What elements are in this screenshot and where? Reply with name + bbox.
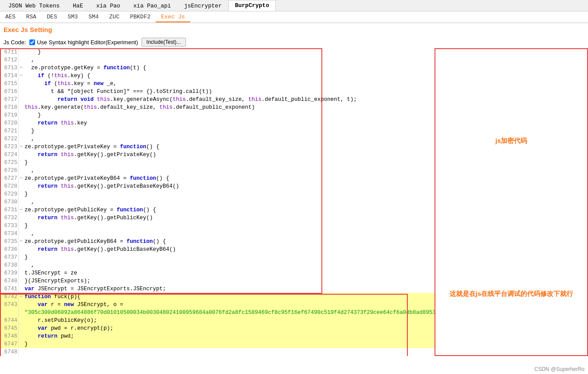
fold-button[interactable]: −: [18, 72, 24, 80]
table-row: 6747 }: [0, 340, 435, 348]
fold-button[interactable]: [18, 253, 24, 261]
fold-button[interactable]: −: [18, 238, 24, 246]
fold-button[interactable]: [18, 340, 24, 348]
tab-aes[interactable]: AES: [0, 12, 21, 21]
fold-button[interactable]: [18, 277, 24, 285]
line-number: 6741: [0, 285, 18, 293]
line-number: 6736: [0, 246, 18, 253]
tab-json-web-tokens[interactable]: JSON Web Tokens: [2, 0, 66, 11]
tab-sm4[interactable]: SM4: [83, 12, 104, 21]
fold-button[interactable]: −: [18, 293, 24, 301]
code-line: var pwd = r.encrypt(p);: [24, 324, 435, 332]
table-row: 6733 }: [0, 222, 435, 230]
fold-button[interactable]: [18, 111, 24, 119]
fold-button[interactable]: [18, 198, 24, 206]
fold-button[interactable]: [18, 103, 24, 111]
fold-button[interactable]: −: [18, 64, 24, 72]
table-row: 6746 return pwd;: [0, 332, 435, 340]
main-layout: 6711 } 6712 , 6713 − ze.prot: [0, 48, 588, 356]
fold-button[interactable]: [18, 246, 24, 253]
tab-xia-pao[interactable]: xia Pao: [89, 0, 127, 11]
tab-jsencrypter[interactable]: jsEncrypter: [178, 0, 228, 11]
fold-button[interactable]: [18, 309, 24, 317]
code-line: r.setPublicKey(o);: [24, 317, 435, 324]
fold-button[interactable]: [18, 214, 24, 222]
fold-button[interactable]: [18, 324, 24, 332]
annotation-top-area: js加密代码: [435, 48, 588, 232]
tab-des[interactable]: DES: [42, 12, 62, 21]
table-row: 6730 ,: [0, 198, 435, 206]
annotation-bottom-text: 这就是在js在线平台调试的代码修改下就行: [449, 290, 574, 298]
line-number: 6712: [0, 56, 18, 64]
fold-button[interactable]: [18, 135, 24, 143]
line-number: 6727: [0, 175, 18, 182]
fold-button[interactable]: [18, 119, 24, 127]
table-row: 6714 − if (!this.key) {: [0, 72, 435, 80]
line-number: 6744: [0, 317, 18, 324]
fold-button[interactable]: −: [18, 206, 24, 214]
fold-button[interactable]: [18, 80, 24, 88]
table-row: 6727 − ze.prototype.getPrivateKeyB64 = f…: [0, 175, 435, 182]
tab-hae[interactable]: HaE: [66, 0, 89, 11]
fold-button[interactable]: [18, 317, 24, 324]
include-test-button[interactable]: Include(Test)...: [142, 38, 186, 46]
code-line: }: [24, 159, 435, 167]
table-row: 6716 t && "[object Function]" === {}.toS…: [0, 88, 435, 96]
tab-exec-js[interactable]: Exec Js: [156, 12, 190, 22]
line-number: 6719: [0, 111, 18, 119]
code-line: return void this.key.generateAsync(this.…: [24, 96, 435, 103]
tab-zuc[interactable]: ZUC: [104, 12, 125, 21]
code-line: ze.prototype.getPublicKey = function() {: [24, 206, 435, 214]
code-line: ,: [24, 135, 435, 143]
tab-burpcrypto[interactable]: BurpCrypto: [228, 0, 276, 11]
table-row: 6741 var JSEncrypt = JSEncryptExports.JS…: [0, 285, 435, 293]
code-line: }: [24, 127, 435, 135]
fold-button[interactable]: [18, 167, 24, 175]
fold-button[interactable]: [18, 159, 24, 167]
table-row: 6726 ,: [0, 167, 435, 175]
fold-button[interactable]: [18, 88, 24, 96]
fold-button[interactable]: [18, 48, 24, 56]
line-number: 6716: [0, 88, 18, 96]
fold-button[interactable]: [18, 182, 24, 190]
fold-button[interactable]: [18, 301, 24, 309]
fold-button[interactable]: [18, 230, 24, 238]
table-row: 6735 − ze.prototype.getPublicKeyB64 = fu…: [0, 238, 435, 246]
line-number: 6729: [0, 190, 18, 198]
syntax-highlight-checkbox-label[interactable]: Use Syntax highlight Editor(Experiment): [29, 39, 138, 46]
table-row: 6745 var pwd = r.encrypt(p);: [0, 324, 435, 332]
syntax-highlight-checkbox[interactable]: [29, 39, 35, 45]
line-number: 6730: [0, 198, 18, 206]
code-line: ,: [24, 261, 435, 269]
code-line: ze.prototype.getPrivateKeyB64 = function…: [24, 175, 435, 182]
tab-rsa[interactable]: RSA: [21, 12, 41, 21]
tab-pbkdf2[interactable]: PBKDF2: [125, 12, 156, 21]
fold-button[interactable]: [18, 96, 24, 103]
line-number: 6711: [0, 48, 18, 56]
fold-button[interactable]: [18, 348, 24, 356]
fold-button[interactable]: [18, 222, 24, 230]
line-number: 6720: [0, 119, 18, 127]
line-number: [0, 309, 18, 317]
fold-button[interactable]: [18, 261, 24, 269]
fold-button[interactable]: −: [18, 143, 24, 151]
code-line: ze.prototype.getKey = function(t) {: [24, 64, 435, 72]
syntax-highlight-label: Use Syntax highlight Editor(Experiment): [37, 39, 138, 46]
line-number: 6748: [0, 348, 18, 356]
line-number: 6740: [0, 277, 18, 285]
tab-xia-pao-api[interactable]: xia Pao_api: [127, 0, 178, 11]
code-line: }: [24, 340, 435, 348]
fold-button[interactable]: [18, 269, 24, 277]
fold-button[interactable]: −: [18, 175, 24, 182]
fold-button[interactable]: [18, 151, 24, 159]
fold-button[interactable]: [18, 190, 24, 198]
fold-button[interactable]: [18, 127, 24, 135]
line-number: 6724: [0, 151, 18, 159]
code-line: ,: [24, 167, 435, 175]
table-row: 6737 }: [0, 253, 435, 261]
line-number: 6735: [0, 238, 18, 246]
fold-button[interactable]: [18, 332, 24, 340]
fold-button[interactable]: [18, 56, 24, 64]
tab-sm3[interactable]: SM3: [62, 12, 83, 21]
fold-button[interactable]: [18, 285, 24, 293]
